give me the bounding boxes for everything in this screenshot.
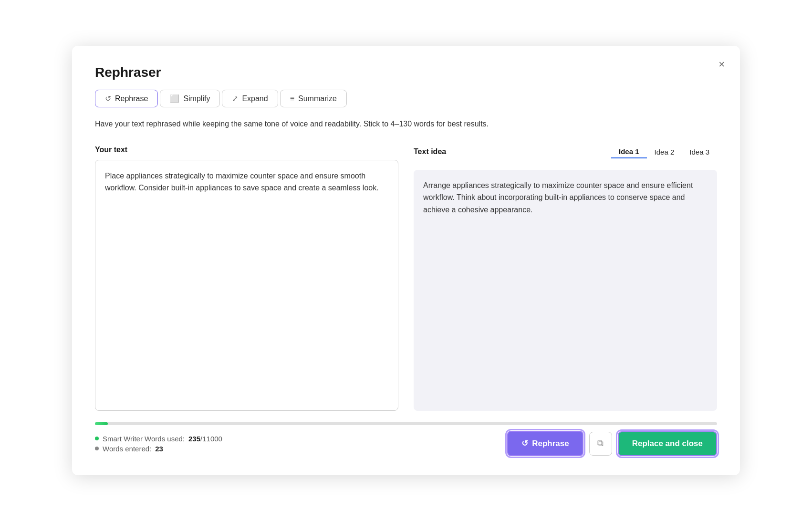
copy-button[interactable]: ⧉	[589, 432, 612, 456]
right-header: Text idea Idea 1 Idea 2 Idea 3	[414, 146, 717, 164]
words-used-stat: Smart Writer Words used: 235/11000	[95, 435, 222, 443]
tab-expand-label: Expand	[242, 94, 268, 103]
replace-and-close-button[interactable]: Replace and close	[618, 431, 717, 456]
tabs-container: ↺ Rephrase ⬜ Simplify ⤢ Expand ≡ Summari…	[95, 90, 717, 107]
words-entered-value: 23	[155, 445, 163, 453]
rephrase-tab-icon: ↺	[105, 94, 111, 103]
simplify-tab-icon: ⬜	[170, 94, 179, 103]
tab-simplify[interactable]: ⬜ Simplify	[160, 90, 220, 107]
stats: Smart Writer Words used: 235/11000 Words…	[95, 435, 222, 453]
words-used-value: 235/11000	[188, 435, 222, 443]
words-entered-stat: Words entered: 23	[95, 445, 222, 453]
words-entered-label: Words entered:	[103, 445, 151, 453]
words-entered-dot	[95, 447, 99, 450]
left-panel-label: Your text	[95, 146, 398, 154]
words-used-dot	[95, 437, 99, 440]
description-text: Have your text rephrased while keeping t…	[95, 118, 717, 130]
rephraser-modal: × Rephraser ↺ Rephrase ⬜ Simplify ⤢ Expa…	[72, 46, 740, 475]
result-text: Arrange appliances strategically to maxi…	[414, 170, 717, 411]
tab-simplify-label: Simplify	[183, 94, 210, 103]
modal-title: Rephraser	[95, 65, 717, 80]
tab-rephrase[interactable]: ↺ Rephrase	[95, 90, 158, 107]
your-text-input[interactable]: Place appliances strategically to maximi…	[95, 160, 398, 411]
idea-tab-2[interactable]: Idea 2	[647, 146, 682, 158]
progress-bar-fill	[95, 422, 108, 425]
tab-summarize[interactable]: ≡ Summarize	[280, 90, 347, 107]
rephrase-button[interactable]: ↺ Rephrase	[507, 431, 583, 456]
words-used-label: Smart Writer Words used:	[103, 435, 185, 443]
summarize-tab-icon: ≡	[290, 94, 294, 103]
copy-icon: ⧉	[597, 438, 604, 448]
replace-button-label: Replace and close	[632, 439, 703, 448]
idea-tab-3[interactable]: Idea 3	[682, 146, 717, 158]
tab-summarize-label: Summarize	[298, 94, 337, 103]
idea-tab-1[interactable]: Idea 1	[611, 146, 647, 158]
stats-and-actions: Smart Writer Words used: 235/11000 Words…	[95, 431, 717, 456]
right-panel: Text idea Idea 1 Idea 2 Idea 3 Arrange a…	[414, 146, 717, 411]
progress-bar-container	[95, 422, 717, 425]
tab-rephrase-label: Rephrase	[115, 94, 148, 103]
content-area: Your text Place appliances strategically…	[95, 146, 717, 411]
right-panel-label: Text idea	[414, 147, 446, 156]
left-panel: Your text Place appliances strategically…	[95, 146, 398, 411]
actions-container: ↺ Rephrase ⧉ Replace and close	[507, 431, 717, 456]
bottom-area: Smart Writer Words used: 235/11000 Words…	[95, 422, 717, 456]
rephrase-button-label: Rephrase	[532, 439, 569, 448]
rephrase-button-icon: ↺	[521, 438, 528, 448]
tab-expand[interactable]: ⤢ Expand	[222, 90, 278, 107]
idea-tabs-container: Idea 1 Idea 2 Idea 3	[611, 146, 717, 158]
close-button[interactable]: ×	[718, 59, 725, 70]
expand-tab-icon: ⤢	[232, 94, 238, 103]
